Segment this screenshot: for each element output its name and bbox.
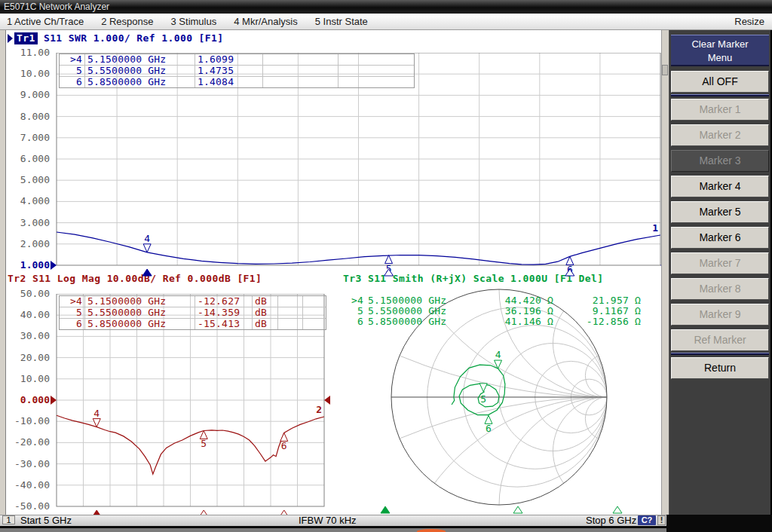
readout-cell: 5.5500000 GHz	[85, 66, 195, 76]
y-axis-tick-label: 20.00	[6, 352, 50, 363]
menu-item-1[interactable]: 1 Active Ch/Trace	[7, 14, 84, 29]
readout-cell	[263, 54, 339, 65]
marker-5[interactable]: 5	[200, 430, 207, 449]
svg-text:4: 4	[144, 233, 150, 244]
marker-4[interactable]: 4	[143, 233, 151, 252]
y-axis-tick-label: 4.000	[6, 195, 50, 206]
start-frequency-label: Start 5 GHz	[20, 515, 72, 525]
readout-cell: 6	[343, 316, 366, 327]
readout-cell: -15.413	[195, 319, 253, 329]
softkey-scrollbar[interactable]	[661, 30, 669, 515]
trace1-header[interactable]: Tr1 S11 SWR 1.000/ Ref 1.000 [F1]	[8, 32, 224, 44]
marker-5[interactable]: 5	[479, 384, 487, 405]
readout-cell	[303, 307, 326, 318]
softkey-marker-6[interactable]: Marker 6	[671, 227, 769, 249]
y-axis-tick-label: 11.00	[6, 47, 50, 58]
readout-cell: 41.146 Ω	[477, 316, 556, 327]
svg-text:4: 4	[495, 349, 501, 360]
readout-cell: >4	[60, 296, 85, 307]
readout-cell: 5.5500000 GHz	[366, 306, 477, 316]
svg-text:6: 6	[486, 423, 492, 434]
readout-cell: 5.1500000 GHz	[85, 54, 195, 65]
readout-cell: >4	[60, 54, 85, 65]
taskbar-icon-sliver	[417, 529, 446, 532]
svg-text:6: 6	[281, 440, 287, 451]
active-trace-arrow-icon	[8, 34, 13, 43]
marker-6[interactable]: 6	[485, 415, 492, 434]
svg-text:5: 5	[201, 438, 207, 449]
marker-6[interactable]: 6	[280, 433, 288, 451]
softkey-separator	[671, 94, 769, 96]
readout-cell: 5.8500000 GHz	[85, 77, 195, 87]
ifbw-label: IFBW 70 kHz	[299, 515, 357, 525]
left-window-edge	[0, 30, 6, 515]
stimulus-marker-triangle[interactable]	[381, 506, 390, 513]
readout-cell: 1.4084	[195, 77, 263, 87]
softkey-ref-marker[interactable]: Ref Marker	[671, 329, 769, 351]
softkey-marker-9[interactable]: Marker 9	[671, 304, 769, 326]
y-axis-tick-label: 0.000	[6, 394, 50, 405]
readout-cell: -12.627	[195, 296, 253, 307]
menu-item-5[interactable]: 5 Instr State	[315, 14, 368, 29]
softkey-marker-7[interactable]: Marker 7	[671, 252, 769, 274]
marker-4[interactable]: 4	[93, 408, 100, 427]
menu-item-2[interactable]: 2 Response	[101, 14, 153, 29]
svg-text:5: 5	[480, 393, 486, 405]
softkey-all-off[interactable]: All OFF	[671, 71, 769, 93]
softkey-marker-1[interactable]: Marker 1	[671, 99, 769, 121]
readout-row: 65.8500000 GHz1.4084	[60, 77, 414, 87]
readout-cell: >4	[343, 295, 366, 306]
readout-cell: 1.4735	[195, 66, 263, 76]
softkey-marker-4[interactable]: Marker 4	[671, 176, 769, 197]
y-axis-tick-label: -40.00	[6, 479, 50, 491]
softkey-marker-8[interactable]: Marker 8	[671, 278, 769, 300]
y-axis-tick-label: 5.000	[6, 174, 50, 185]
tr3-trace	[452, 365, 505, 414]
readout-cell: 1.6099	[195, 54, 263, 65]
y-axis-tick-label: 40.00	[6, 309, 50, 320]
stop-frequency-label: Stop 6 GHz	[586, 515, 636, 525]
readout-cell: 5.5500000 GHz	[85, 307, 195, 318]
readout-cell: 5.8500000 GHz	[366, 316, 477, 327]
stimulus-marker-triangle[interactable]	[513, 506, 522, 513]
y-axis-tick-label: -20.00	[6, 436, 50, 448]
softkey-marker-2[interactable]: Marker 2	[671, 124, 769, 146]
readout-cell: 6	[60, 77, 85, 87]
readout-cell	[339, 77, 414, 87]
menu-item-3[interactable]: 3 Stimulus	[171, 14, 217, 29]
stimulus-marker-triangle[interactable]	[142, 269, 152, 276]
readout-cell	[303, 319, 326, 329]
y-axis-tick-label: 9.000	[6, 89, 50, 100]
softkey-menu-title-line2: Menu	[671, 51, 769, 65]
menu-item-4[interactable]: 4 Mkr/Analysis	[234, 14, 298, 29]
readout-cell: dB	[253, 307, 278, 318]
readout-cell: -14.359	[195, 307, 253, 318]
readout-cell	[278, 296, 303, 307]
trace-number-label: 2	[316, 404, 322, 415]
softkey-return[interactable]: Return	[671, 357, 769, 379]
ref-level-arrow-right	[324, 396, 330, 405]
y-axis-tick-label: 10.00	[6, 68, 50, 79]
resize-button[interactable]: Resize	[734, 15, 764, 29]
bottom-right-corner	[666, 515, 772, 532]
readout-cell: 21.957 Ω	[556, 295, 643, 306]
softkey-scrollbar-thumb[interactable]	[662, 65, 668, 75]
readout-cell	[263, 66, 339, 76]
y-axis-tick-label: 7.000	[6, 132, 50, 143]
softkey-marker-5[interactable]: Marker 5	[671, 201, 769, 223]
readout-cell: dB	[253, 296, 278, 307]
readout-cell	[303, 296, 326, 307]
readout-cell: 36.196 Ω	[477, 306, 556, 316]
readout-row: >45.1500000 GHz-12.627dB	[60, 296, 326, 307]
y-axis-tick-label: 6.000	[6, 153, 50, 164]
readout-row: 65.8500000 GHz-15.413dB	[60, 319, 326, 329]
stimulus-marker-triangle[interactable]	[613, 506, 622, 513]
readout-row: 55.5500000 GHz-14.359dB	[60, 307, 326, 319]
y-axis-tick-label: 10.00	[6, 373, 50, 384]
alert-badge: !	[657, 515, 666, 525]
trace1-marker-readout: >45.1500000 GHz1.609955.5500000 GHz1.473…	[59, 54, 415, 88]
readout-cell	[278, 307, 303, 318]
softkey-marker-3[interactable]: Marker 3	[671, 150, 769, 172]
readout-cell: 5	[343, 306, 366, 316]
readout-cell: 44.420 Ω	[477, 295, 556, 306]
